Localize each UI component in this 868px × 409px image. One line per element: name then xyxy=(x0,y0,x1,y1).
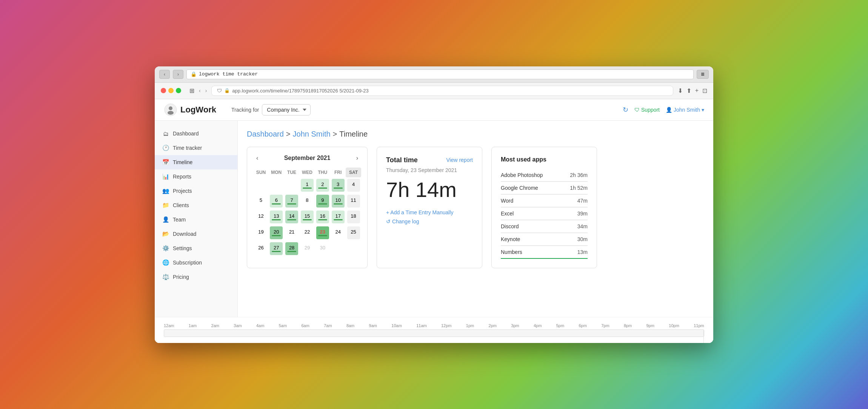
change-log-link[interactable]: ↺ Change log xyxy=(386,218,473,224)
timeline-label-7pm: 7pm xyxy=(601,323,609,328)
calendar-day-4[interactable]: 4 xyxy=(347,179,360,192)
nav-back-btn[interactable]: ‹ xyxy=(199,88,201,94)
calendar-day-10[interactable]: 10 xyxy=(332,195,345,208)
calendar-day-16[interactable]: 16 xyxy=(316,211,329,223)
calendar-day-7[interactable]: 7 xyxy=(285,195,298,208)
calendar-day-12[interactable]: 12 xyxy=(254,211,267,223)
calendar-day-19[interactable]: 19 xyxy=(254,226,267,239)
calendar-day-8[interactable]: 8 xyxy=(301,195,314,208)
sidebar-item-subscription[interactable]: 🌐 Subscription xyxy=(155,255,237,270)
calendar-day-17[interactable]: 17 xyxy=(332,211,345,223)
timeline-label-4am: 4am xyxy=(256,323,264,328)
sidebar-item-projects[interactable]: 👥 Projects xyxy=(155,184,237,198)
add-entry-link[interactable]: + Add a Time Entry Manually xyxy=(386,209,473,215)
breadcrumb-sep2: > xyxy=(333,130,337,138)
browser-forward-btn[interactable]: › xyxy=(173,70,183,79)
total-time-title: Total time xyxy=(386,156,418,164)
calendar-prev-btn[interactable]: ‹ xyxy=(253,153,261,163)
support-btn[interactable]: 🛡 Support xyxy=(634,107,660,113)
download-icon[interactable]: ⬇ xyxy=(678,87,683,94)
breadcrumb-user[interactable]: John Smith xyxy=(293,130,331,138)
calendar-day-1[interactable]: 1 xyxy=(301,179,314,192)
browser-menu-btn[interactable]: ≡ xyxy=(697,70,709,79)
timeline-label-12am: 12am xyxy=(164,323,174,328)
browser-top-url-bar[interactable]: 🔒 logwork time tracker xyxy=(186,69,694,79)
tabs-icon[interactable]: ⊡ xyxy=(702,87,707,94)
timeline-label-9pm: 9pm xyxy=(646,323,654,328)
share-icon[interactable]: ⬆ xyxy=(686,87,691,94)
calendar-day-23[interactable]: 23 xyxy=(316,226,329,239)
calendar-day-9[interactable]: 9 xyxy=(316,195,329,208)
sidebar-label-reports: Reports xyxy=(173,174,191,180)
close-button[interactable] xyxy=(161,88,166,93)
sidebar-label-projects: Projects xyxy=(173,188,192,194)
browser-actions: ⬇ ⬆ + ⊡ xyxy=(678,87,707,94)
app-item-discord: Discord34m xyxy=(501,220,588,233)
sidebar-item-settings[interactable]: ⚙️ Settings xyxy=(155,241,237,255)
calendar-day-3[interactable]: 3 xyxy=(332,179,345,192)
calendar-day-25[interactable]: 25 xyxy=(347,226,360,239)
timeline-label-6pm: 6pm xyxy=(579,323,586,328)
apps-title: Most used apps xyxy=(501,156,588,163)
sidebar-item-reports[interactable]: 📊 Reports xyxy=(155,169,237,184)
calendar-day-13[interactable]: 13 xyxy=(270,211,283,223)
lock-icon: 🔒 xyxy=(191,71,197,77)
new-tab-icon[interactable]: + xyxy=(695,87,699,94)
calendar-day-11[interactable]: 11 xyxy=(347,195,360,208)
calendar-day-30[interactable]: 30 xyxy=(316,242,329,255)
calendar-day-29[interactable]: 29 xyxy=(301,242,314,255)
view-report-link[interactable]: View report xyxy=(446,157,473,163)
calendar-day-6[interactable]: 6 xyxy=(270,195,283,208)
refresh-btn[interactable]: ↻ xyxy=(623,106,628,114)
sidebar-item-pricing[interactable]: ⚖️ Pricing xyxy=(155,270,237,284)
sidebar-label-settings: Settings xyxy=(173,245,192,251)
maximize-button[interactable] xyxy=(176,88,181,93)
sidebar-item-time-tracker[interactable]: 🕐 Time tracker xyxy=(155,141,237,155)
calendar-day-27[interactable]: 27 xyxy=(270,242,283,255)
sidebar-item-dashboard[interactable]: 🗂 Dashboard xyxy=(155,127,237,141)
app-header: LogWork Tracking for Company Inc. ↻ 🛡 Su… xyxy=(155,99,713,121)
timeline-label-2pm: 2pm xyxy=(489,323,497,328)
company-select[interactable]: Company Inc. xyxy=(262,104,311,115)
app-name: Numbers xyxy=(501,249,522,255)
settings-icon: ⚙️ xyxy=(162,245,169,252)
calendar-day-5[interactable]: 5 xyxy=(254,195,267,208)
sidebar-item-timeline[interactable]: 📅 Timeline xyxy=(155,155,237,169)
app-time: 1h 52m xyxy=(570,185,588,191)
browser-back-btn[interactable]: ‹ xyxy=(159,70,170,79)
calendar-day-2[interactable]: 2 xyxy=(316,179,329,192)
calendar-next-btn[interactable]: › xyxy=(353,153,361,163)
browser-chrome: ⊞ ‹ › 🛡 🔒 app.logwork.com/timeline/17897… xyxy=(155,83,713,99)
calendar-day-26[interactable]: 26 xyxy=(254,242,267,255)
sidebar-label-subscription: Subscription xyxy=(173,260,202,266)
timeline-area: 12am1am2am3am4am5am6am7am8am9am10am11am1… xyxy=(155,317,713,343)
sidebar-item-clients[interactable]: 📁 Clients xyxy=(155,198,237,212)
user-btn[interactable]: 👤 John Smith ▾ xyxy=(666,107,704,113)
calendar-day-15[interactable]: 15 xyxy=(301,211,314,223)
cal-header-sat: SAT xyxy=(346,168,361,177)
calendar-day-22[interactable]: 22 xyxy=(301,226,314,239)
calendar-day-24[interactable]: 24 xyxy=(332,226,345,239)
calendar-day-18[interactable]: 18 xyxy=(347,211,360,223)
cal-header-fri: FRI xyxy=(330,168,346,177)
breadcrumb-dashboard[interactable]: Dashboard xyxy=(247,130,284,138)
apps-list: Adobe Photoshop2h 36mGoogle Chrome1h 52m… xyxy=(501,169,588,259)
sidebar-item-team[interactable]: 👤 Team xyxy=(155,212,237,227)
app-time: 13m xyxy=(577,249,588,255)
projects-icon: 👥 xyxy=(162,188,169,194)
calendar-day-28[interactable]: 28 xyxy=(285,242,298,255)
sidebar: 🗂 Dashboard 🕐 Time tracker 📅 Timeline 📊 … xyxy=(155,121,238,317)
cal-header-mon: MON xyxy=(269,168,284,177)
download-sidebar-icon: 📂 xyxy=(162,231,169,237)
calendar-day-14[interactable]: 14 xyxy=(285,211,298,223)
calendar-day-20[interactable]: 20 xyxy=(270,226,283,239)
timeline-label-5am: 5am xyxy=(279,323,287,328)
nav-forward-btn[interactable]: › xyxy=(205,88,207,94)
address-bar[interactable]: 🛡 🔒 app.logwork.com/timeline/17897591891… xyxy=(211,86,673,96)
sidebar-item-download[interactable]: 📂 Download xyxy=(155,227,237,241)
browser-top-bar: ‹ › 🔒 logwork time tracker ≡ xyxy=(155,66,713,83)
minimize-button[interactable] xyxy=(168,88,174,93)
calendar-day-21[interactable]: 21 xyxy=(285,226,298,239)
sidebar-toggle-btn[interactable]: ⊞ xyxy=(189,87,194,94)
main-layout: 🗂 Dashboard 🕐 Time tracker 📅 Timeline 📊 … xyxy=(155,121,713,317)
